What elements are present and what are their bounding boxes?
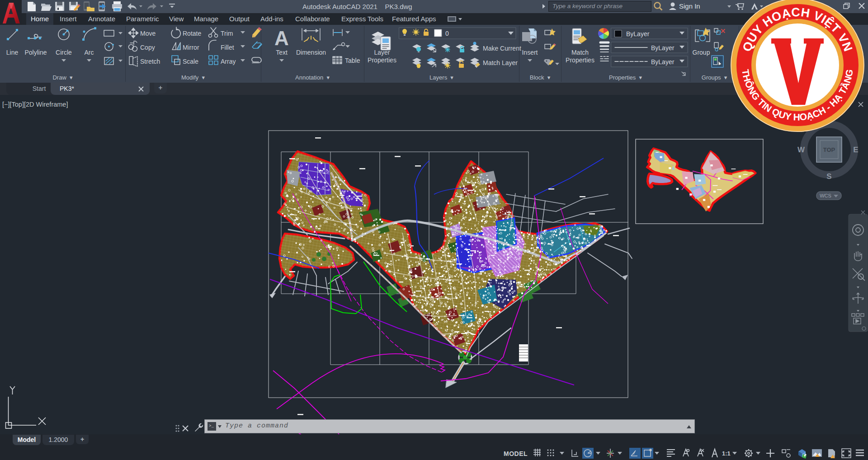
svg-text:Scale: Scale — [183, 58, 198, 65]
svg-text:Arc: Arc — [85, 49, 94, 56]
svg-text:Sign In: Sign In — [679, 2, 700, 10]
svg-text:Text: Text — [276, 49, 288, 56]
svg-text:Rotate: Rotate — [183, 30, 201, 37]
svg-text:Match: Match — [571, 49, 589, 56]
svg-text:1:1: 1:1 — [722, 450, 731, 457]
svg-text:Array: Array — [221, 58, 236, 65]
svg-text:!: ! — [835, 455, 835, 458]
svg-text:E: E — [853, 146, 858, 154]
svg-text:W: W — [797, 146, 805, 154]
svg-text:Match Layer: Match Layer — [483, 59, 518, 66]
svg-text:0: 0 — [445, 30, 449, 37]
svg-text:ByLayer: ByLayer — [651, 58, 675, 66]
svg-text:Properties: Properties — [566, 56, 594, 64]
svg-text:Make Current: Make Current — [483, 45, 521, 52]
svg-text:Polyline: Polyline — [24, 49, 47, 56]
svg-text:Line: Line — [6, 49, 19, 56]
svg-text:Move: Move — [140, 30, 156, 37]
svg-text:Insert: Insert — [522, 49, 538, 56]
svg-text:Table: Table — [345, 57, 360, 64]
svg-text:Mirror: Mirror — [183, 44, 199, 51]
svg-text:S: S — [826, 172, 831, 181]
svg-text:Trim: Trim — [221, 30, 233, 37]
svg-text:Layer: Layer — [374, 49, 390, 56]
svg-text:Copy: Copy — [140, 44, 155, 51]
svg-text:ByLayer: ByLayer — [651, 44, 675, 52]
svg-text:ByLayer: ByLayer — [626, 30, 650, 38]
svg-text:Circle: Circle — [56, 49, 72, 56]
svg-text:Properties: Properties — [368, 56, 396, 64]
svg-text:TOP: TOP — [823, 146, 835, 153]
svg-text:Stretch: Stretch — [140, 58, 160, 65]
svg-text:A: A — [274, 27, 289, 49]
svg-text:Group: Group — [693, 49, 710, 56]
svg-text:Dimension: Dimension — [296, 49, 326, 56]
svg-text:WCS: WCS — [820, 193, 831, 198]
svg-text:Fillet: Fillet — [221, 44, 234, 51]
svg-text:MODEL: MODEL — [504, 450, 528, 457]
